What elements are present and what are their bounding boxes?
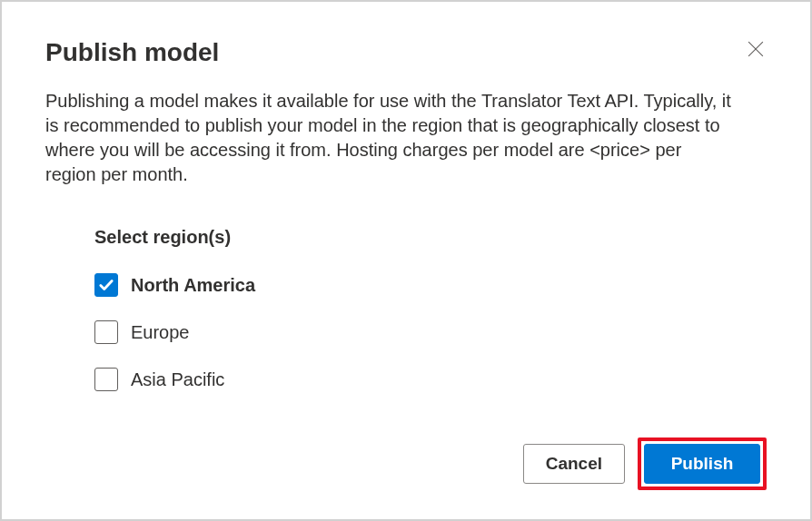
region-section: Select region(s) North America Europe xyxy=(45,227,767,391)
checkbox-north-america[interactable] xyxy=(94,273,118,297)
region-item-europe[interactable]: Europe xyxy=(94,320,767,344)
region-label-north-america: North America xyxy=(131,275,255,296)
region-list: North America Europe Asia Pacific xyxy=(94,273,767,391)
close-button[interactable] xyxy=(745,38,767,60)
publish-model-dialog: Publish model Publishing a model makes i… xyxy=(5,5,807,516)
dialog-button-row: Cancel Publish xyxy=(523,437,767,490)
checkbox-europe[interactable] xyxy=(94,320,118,344)
publish-button[interactable]: Publish xyxy=(644,444,760,484)
checkbox-asia-pacific[interactable] xyxy=(94,368,118,391)
region-item-north-america[interactable]: North America xyxy=(94,273,767,297)
region-item-asia-pacific[interactable]: Asia Pacific xyxy=(94,368,767,391)
cancel-button[interactable]: Cancel xyxy=(523,444,625,484)
dialog-title: Publish model xyxy=(45,38,219,67)
checkmark-icon xyxy=(98,277,114,293)
dialog-description: Publishing a model makes it available fo… xyxy=(45,89,736,187)
close-icon xyxy=(748,41,764,57)
publish-highlight: Publish xyxy=(638,437,767,490)
region-label-asia-pacific: Asia Pacific xyxy=(131,369,224,390)
region-section-label: Select region(s) xyxy=(94,227,767,248)
region-label-europe: Europe xyxy=(131,322,190,343)
